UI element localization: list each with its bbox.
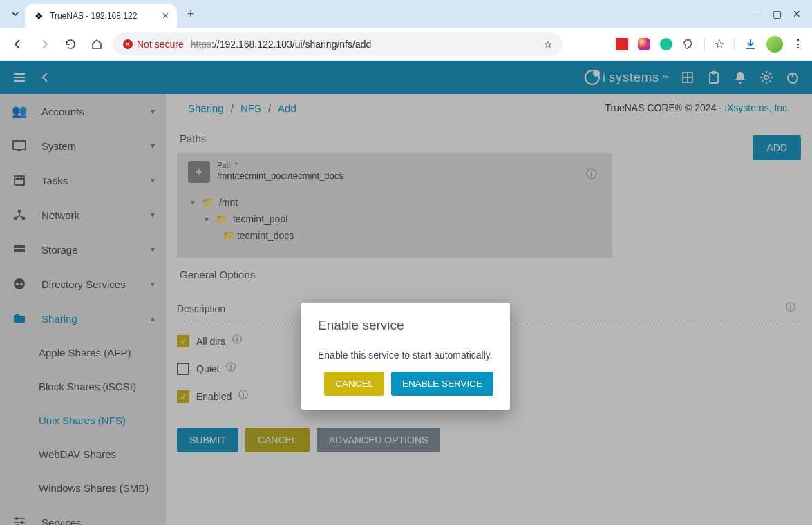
forward-button[interactable] [35, 35, 54, 54]
browser-toolbar: ✕ Not secure https://192.168.122.103/ui/… [0, 28, 812, 61]
back-button[interactable] [8, 35, 28, 54]
extensions-puzzle-icon[interactable] [682, 38, 695, 50]
favicon-icon: ❖ [33, 10, 44, 21]
enable-service-modal: Enable service Enable this service to st… [301, 303, 510, 410]
browser-tab-strip: ❖ TrueNAS - 192.168.122 × + — ▢ ✕ [0, 0, 812, 28]
extension-instagram-icon[interactable] [638, 38, 650, 50]
minimize-icon[interactable]: — [752, 8, 762, 19]
bookmark-star-icon[interactable]: ☆ [544, 39, 553, 50]
modal-title: Enable service [318, 318, 493, 333]
downloads-icon[interactable] [744, 38, 757, 50]
modal-scrim[interactable] [0, 61, 812, 525]
reload-button[interactable] [61, 35, 80, 54]
profile-avatar[interactable] [766, 36, 783, 52]
address-bar[interactable]: ✕ Not secure https://192.168.122.103/ui/… [113, 32, 563, 56]
security-warning[interactable]: ✕ Not secure [123, 39, 184, 50]
modal-body: Enable this service to start automatical… [318, 350, 493, 361]
modal-enable-button[interactable]: ENABLE SERVICE [391, 372, 493, 396]
new-tab-button[interactable]: + [181, 4, 200, 23]
window-controls: — ▢ ✕ [752, 8, 806, 19]
close-tab-icon[interactable]: × [162, 10, 169, 22]
chrome-menu-icon[interactable]: ⋮ [793, 37, 804, 50]
app-shell: isystems™ 👥Accounts▾ System▾ Tasks▾ Netw… [0, 61, 812, 525]
tab-search-dropdown[interactable] [6, 4, 25, 23]
url-text: https://192.168.122.103/ui/sharing/nfs/a… [191, 39, 372, 50]
extension-grammarly-icon[interactable] [660, 38, 672, 50]
bookmark-outline-icon[interactable]: ☆ [715, 37, 724, 50]
extension-flipboard-icon[interactable] [616, 38, 628, 50]
maximize-icon[interactable]: ▢ [773, 8, 782, 19]
browser-tab[interactable]: ❖ TrueNAS - 192.168.122 × [25, 4, 177, 28]
close-window-icon[interactable]: ✕ [793, 8, 801, 19]
modal-cancel-button[interactable]: CANCEL [324, 372, 384, 396]
not-secure-icon: ✕ [123, 39, 133, 49]
home-button[interactable] [87, 35, 106, 54]
tab-title: TrueNAS - 192.168.122 [50, 11, 157, 21]
